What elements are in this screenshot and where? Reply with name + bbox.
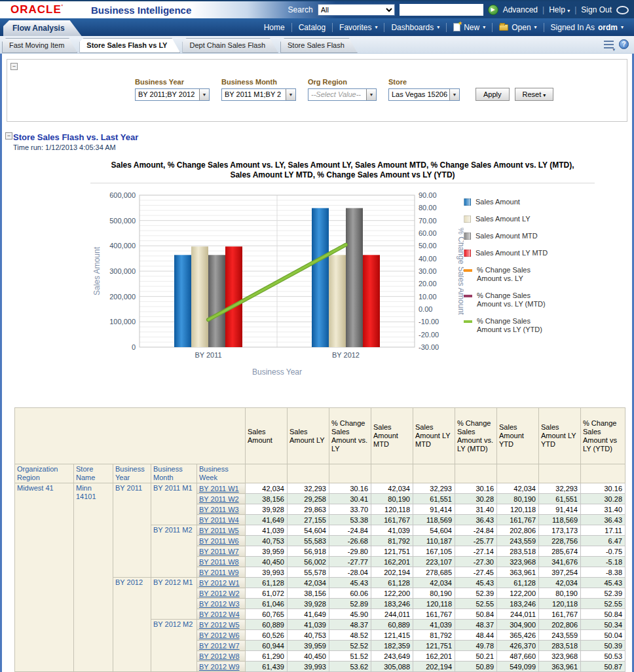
reset-button[interactable]: Reset ▾ — [515, 88, 554, 101]
apply-button[interactable]: Apply — [476, 88, 510, 101]
advanced-link[interactable]: Advanced — [503, 5, 538, 14]
svg-text:-30.00: -30.00 — [419, 343, 439, 351]
dashboard-tab-flow-analysis[interactable]: Flow Analysis — [3, 20, 82, 36]
measure-value-cell: -27.14 — [455, 546, 497, 557]
legend-line-swatch — [464, 320, 472, 323]
column-header[interactable]: Sales Amount LY YTD — [539, 408, 581, 464]
chevron-down-icon[interactable]: ▼ — [449, 89, 459, 100]
column-header[interactable]: % Change Sales Amount vs LY (YTD) — [581, 408, 625, 464]
tab-dept-chain-sales-flash[interactable]: Dept Chain Sales Flash — [182, 38, 278, 53]
prompt-dropdown[interactable]: BY 2011 M1;BY 2▼ — [221, 88, 296, 101]
column-header[interactable]: Sales Amount — [246, 408, 288, 464]
measure-value-cell: 549,099 — [497, 662, 539, 672]
business-week-link[interactable]: BY 2012 W3 — [199, 600, 240, 608]
business-week-link[interactable]: BY 2012 W8 — [199, 652, 240, 660]
divider: | — [542, 5, 544, 14]
measure-value-cell: 45.43 — [581, 578, 625, 588]
tab-store-sales-flash[interactable]: Store Sales Flash — [280, 38, 358, 53]
business-week-link[interactable]: BY 2012 W5 — [199, 621, 240, 629]
svg-text:70.00: 70.00 — [419, 217, 437, 225]
nav-item-catalog[interactable]: Catalog — [292, 23, 332, 32]
collapse-report-icon[interactable]: − — [5, 132, 12, 140]
column-header[interactable]: Sales Amount MTD — [371, 408, 413, 464]
nav-item-favorites[interactable]: Favorites▾ — [333, 23, 384, 32]
business-week-link[interactable]: BY 2012 W4 — [199, 610, 240, 618]
search-input[interactable] — [400, 4, 483, 16]
business-week-cell: BY 2012 W9 — [197, 662, 246, 672]
column-header[interactable]: Sales Amount LY — [288, 408, 329, 464]
business-week-link[interactable]: BY 2011 W2 — [199, 495, 239, 503]
oracle-logo: ORACLE' — [10, 3, 64, 16]
business-week-link[interactable]: BY 2012 W2 — [199, 589, 240, 597]
business-week-link[interactable]: BY 2011 W3 — [199, 506, 239, 513]
business-week-link[interactable]: BY 2011 W1 — [199, 485, 239, 493]
measure-value-cell: 39,993 — [288, 662, 329, 672]
business-week-cell: BY 2012 W1 — [197, 578, 246, 588]
measure-value-cell: 50.34 — [581, 620, 625, 630]
measure-value-cell: 55,578 — [288, 567, 329, 578]
column-header[interactable]: Business Week — [197, 464, 246, 483]
column-header[interactable]: % Change Sales Amount vs. LY — [329, 408, 371, 464]
chevron-down-icon[interactable]: ▼ — [199, 89, 209, 100]
measure-value-cell: -28.04 — [329, 567, 371, 578]
search-label: Search — [288, 5, 313, 14]
column-header[interactable]: Sales Amount LY MTD — [413, 408, 455, 464]
column-header[interactable]: % Change Sales Amount vs. LY (MTD) — [455, 408, 497, 464]
business-week-link[interactable]: BY 2011 W5 — [199, 527, 239, 534]
table-row: Midwest 41Minn 14101BY 2011BY 2011 M1BY … — [15, 483, 625, 494]
prompt-dropdown[interactable]: BY 2011;BY 2012▼ — [135, 88, 210, 101]
svg-text:400,000: 400,000 — [109, 242, 136, 250]
tab-store-sales-flash-vs-ly[interactable]: Store Sales Flash vs LY — [79, 38, 180, 53]
help-icon[interactable]: ? — [619, 39, 629, 49]
column-header[interactable]: Business Year — [113, 464, 151, 483]
nav-item-dashboards[interactable]: Dashboards▾ — [384, 23, 446, 32]
collapse-prompts-icon[interactable]: − — [10, 63, 18, 70]
sign-out-link[interactable]: Sign Out — [581, 5, 612, 14]
chevron-down-icon[interactable]: ▼ — [366, 89, 376, 100]
search-go-icon[interactable]: ▶ — [488, 5, 498, 15]
business-week-link[interactable]: BY 2012 W9 — [199, 663, 240, 671]
measure-value-cell: 244,011 — [371, 609, 413, 620]
column-header[interactable]: Sales Amount YTD — [497, 408, 539, 464]
measure-value-cell: 80,190 — [539, 588, 581, 599]
report-section: − Store Sales Flash vs. Last Year Time r… — [7, 132, 627, 672]
column-header[interactable]: Store Name — [74, 464, 113, 483]
prompt-dropdown[interactable]: Las Vegas 15206▼ — [388, 88, 460, 101]
page-options-icon[interactable] — [604, 41, 614, 48]
measure-value-cell: 183,246 — [497, 599, 539, 609]
measure-value-cell: 31.40 — [455, 504, 497, 515]
measure-value-cell: 27,155 — [288, 515, 329, 525]
help-menu[interactable]: Help ▾ — [549, 5, 570, 14]
nav-item-home[interactable]: Home — [257, 23, 291, 32]
column-header[interactable]: Organization Region — [15, 464, 74, 483]
business-week-cell: BY 2012 W7 — [197, 641, 246, 651]
measure-value-cell: 243,649 — [371, 651, 413, 662]
chevron-down-icon: ▾ — [483, 24, 485, 30]
combo-chart: 0100,000200,000300,000400,000500,000600,… — [90, 186, 464, 385]
business-week-link[interactable]: BY 2012 W7 — [199, 642, 240, 650]
business-week-link[interactable]: BY 2011 W7 — [199, 548, 239, 555]
tab-fast-moving-item[interactable]: Fast Moving Item — [2, 38, 77, 53]
search-scope-select[interactable]: All — [318, 4, 395, 16]
measure-value-cell: 52.89 — [329, 599, 371, 609]
measure-value-cell: 60.06 — [329, 588, 371, 599]
measure-value-cell: 50.39 — [581, 641, 625, 651]
business-week-link[interactable]: BY 2011 W8 — [199, 558, 239, 566]
measure-value-cell: 32,293 — [413, 483, 455, 494]
nav-item-new[interactable]: New▾ — [447, 23, 492, 32]
chevron-down-icon[interactable]: ▼ — [286, 89, 295, 100]
nav-item-signed-in-as[interactable]: Signed In Asordm▾ — [544, 23, 630, 32]
business-week-link[interactable]: BY 2011 W4 — [199, 516, 239, 524]
business-week-cell: BY 2012 W6 — [197, 630, 246, 641]
business-week-link[interactable]: BY 2011 W9 — [199, 569, 239, 576]
oracle-ring-icon — [616, 6, 629, 14]
business-week-link[interactable]: BY 2011 W6 — [199, 537, 239, 545]
nav-item-open[interactable]: Open▾ — [493, 23, 543, 32]
org-region-cell: Midwest 41 — [15, 483, 74, 672]
measure-value-cell: 52.39 — [581, 588, 625, 599]
column-header[interactable]: Business Month — [151, 464, 197, 483]
business-week-link[interactable]: BY 2012 W6 — [199, 631, 240, 639]
prompt-dropdown[interactable]: --Select Value--▼ — [308, 88, 377, 101]
business-week-link[interactable]: BY 2012 W1 — [199, 579, 240, 587]
prompt-label: Business Month — [221, 78, 296, 86]
